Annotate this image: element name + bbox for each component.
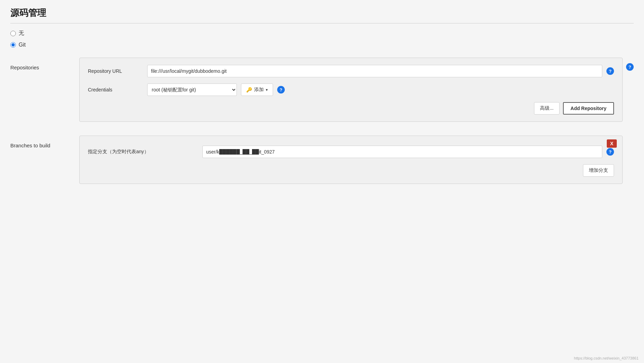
watermark: https://blog.csdn.net/weixin_43773861 [574,356,638,360]
credentials-select[interactable]: root (秘钥配置for git) [147,84,237,96]
credentials-add-button[interactable]: 🔑 添加 ▾ [241,84,273,96]
credentials-help-icon[interactable]: ? [277,86,285,94]
scm-git-radio[interactable] [10,42,16,48]
repo-url-input[interactable] [147,65,602,77]
credentials-add-label: 添加 [254,87,264,93]
credentials-row: Credentials root (秘钥配置for git) 🔑 添加 ▾ ? [88,84,614,96]
scm-git-label: Git [19,42,26,48]
scm-none-option[interactable]: 无 [10,30,634,37]
key-icon: 🔑 [246,87,252,92]
scm-none-radio[interactable] [10,31,16,36]
branch-input[interactable] [202,146,602,158]
branches-section: Branches to build X 指定分支（为空时代表any） ? 增加分… [10,136,634,184]
branch-field-label: 指定分支（为空时代表any） [88,149,198,155]
branches-button-row: 增加分支 [88,164,614,177]
dropdown-arrow-icon: ▾ [266,88,268,92]
sections-container: Repositories Repository URL ? Credential… [10,52,634,184]
repositories-button-row: 高级... Add Repository [88,102,614,115]
scm-none-label: 无 [19,30,24,37]
branch-remove-button[interactable]: X [607,139,617,148]
scm-git-option[interactable]: Git [10,42,634,48]
repo-url-label: Repository URL [88,68,143,74]
branch-row: 指定分支（为空时代表any） ? [88,146,614,158]
repositories-section-help-icon[interactable]: ? [626,63,634,71]
repo-url-help-icon[interactable]: ? [606,67,614,75]
repositories-label: Repositories [10,58,79,122]
advanced-button[interactable]: 高级... [534,102,560,115]
page-title: 源码管理 [10,7,634,23]
branch-help-icon[interactable]: ? [606,148,614,156]
credentials-label: Credentials [88,87,143,92]
branches-content: X 指定分支（为空时代表any） ? 增加分支 [79,136,623,184]
repositories-content: Repository URL ? Credentials root (秘钥配置f… [79,58,623,122]
scm-radio-group: 无 Git [10,30,634,48]
repositories-section: Repositories Repository URL ? Credential… [10,58,634,122]
add-repository-button[interactable]: Add Repository [563,102,614,115]
repo-url-row: Repository URL ? [88,65,614,77]
add-branch-button[interactable]: 增加分支 [583,164,614,177]
branches-label: Branches to build [10,136,79,184]
